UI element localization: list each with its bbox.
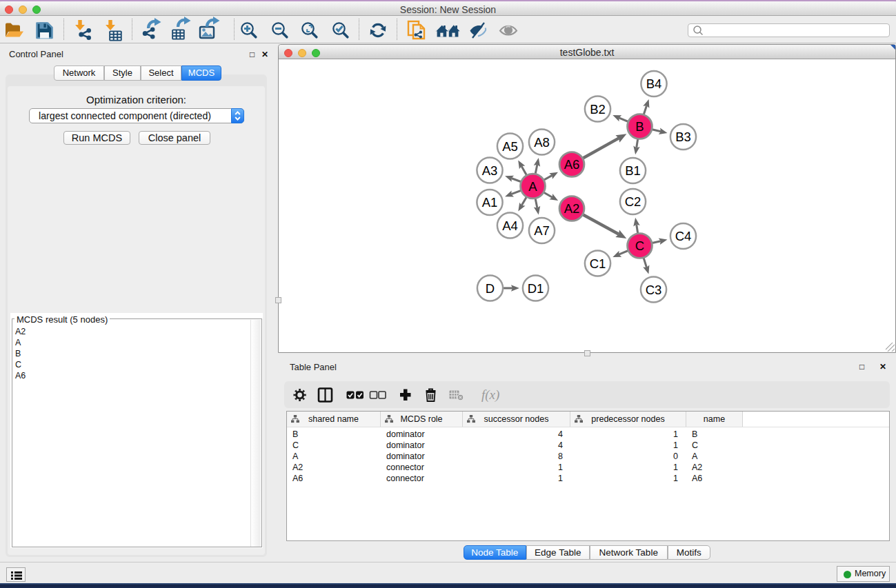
svg-text:D: D [486, 281, 495, 296]
svg-text:A8: A8 [534, 135, 550, 150]
svg-text:C4: C4 [675, 229, 692, 243]
svg-text:A1: A1 [482, 195, 498, 210]
svg-text:B4: B4 [646, 77, 662, 91]
svg-text:B: B [635, 119, 644, 134]
svg-text:A3: A3 [482, 163, 498, 178]
svg-text:B3: B3 [675, 130, 691, 144]
svg-text:A4: A4 [502, 219, 518, 233]
svg-text:D1: D1 [528, 281, 544, 296]
svg-text:A7: A7 [534, 223, 550, 238]
svg-text:C3: C3 [646, 283, 662, 297]
svg-text:C1: C1 [590, 256, 606, 271]
svg-text:f(x): f(x) [481, 387, 499, 403]
svg-text:A6: A6 [564, 157, 580, 172]
svg-text:A2: A2 [564, 201, 580, 216]
svg-text:B2: B2 [590, 102, 606, 116]
svg-text:C2: C2 [625, 194, 641, 209]
svg-text:B1: B1 [625, 163, 641, 178]
svg-text:A: A [528, 179, 537, 194]
svg-text:C: C [635, 239, 644, 253]
svg-text:A5: A5 [502, 139, 518, 154]
